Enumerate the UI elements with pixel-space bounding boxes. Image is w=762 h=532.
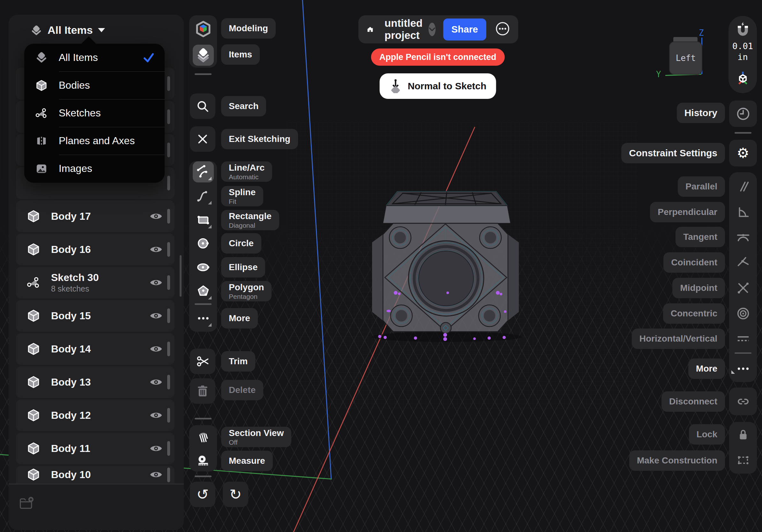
drag-handle[interactable] (167, 308, 170, 323)
drag-handle[interactable] (167, 176, 170, 190)
drag-handle[interactable] (167, 242, 170, 257)
items-mode-button[interactable] (193, 45, 214, 66)
snap-increment[interactable]: 0.01in (728, 41, 757, 62)
modeling-label[interactable]: Modeling (221, 18, 276, 38)
more-constraints-label[interactable]: More (688, 359, 725, 379)
more-tools-button[interactable] (193, 308, 214, 329)
section-view-label[interactable]: Section ViewOff (221, 427, 291, 447)
modeling-mode-button[interactable] (193, 19, 214, 39)
exit-sketching-button[interactable] (190, 126, 215, 152)
view-cube[interactable]: Left (669, 41, 702, 75)
menu-item-all-items[interactable]: All Items (24, 44, 165, 71)
orientation-toggle[interactable] (728, 70, 757, 87)
speaker-model[interactable] (372, 191, 522, 342)
drag-handle[interactable] (167, 109, 170, 124)
parallel-button[interactable] (729, 179, 757, 194)
tangent-button[interactable] (729, 230, 757, 244)
list-item-body-14[interactable]: Body 14 (16, 333, 175, 365)
drag-handle[interactable] (167, 342, 170, 356)
circle-tool[interactable] (193, 233, 214, 254)
more-tools-label[interactable]: More (221, 308, 258, 328)
list-item-body-17[interactable]: Body 17 (16, 200, 175, 232)
coincident-button[interactable] (729, 255, 757, 270)
project-chevron-button[interactable] (428, 23, 435, 36)
visibility-eye-icon[interactable] (150, 378, 162, 388)
horizontal-vertical-button[interactable] (729, 331, 757, 346)
delete-button[interactable] (190, 378, 215, 404)
constraint-settings-button[interactable]: ⚙ (729, 140, 757, 166)
concentric-button[interactable] (729, 306, 757, 321)
home-icon[interactable] (367, 23, 374, 36)
line-arc-label[interactable]: Line/ArcAutomatic (221, 162, 272, 182)
drag-handle[interactable] (167, 375, 170, 389)
list-item-sketch-30[interactable]: Sketch 30 8 sketches (16, 267, 175, 299)
circle-icon (196, 236, 211, 251)
polygon-tool[interactable] (193, 281, 214, 302)
undo-button[interactable]: ↺ (190, 482, 215, 507)
rectangle-label[interactable]: RectangleDiagonal (221, 210, 279, 230)
sidebar-scrollbar[interactable] (180, 255, 182, 297)
circle-label[interactable]: Circle (221, 233, 261, 253)
visibility-eye-icon[interactable] (150, 345, 162, 355)
search-label[interactable]: Search (221, 96, 266, 116)
list-item-body-15[interactable]: Body 15 (16, 300, 175, 332)
measure-button[interactable] (193, 450, 214, 471)
list-item-body-12[interactable]: Body 12 (16, 399, 175, 431)
drag-handle[interactable] (167, 209, 170, 224)
history-label[interactable]: History (677, 103, 725, 123)
line-arc-tool[interactable] (193, 162, 214, 182)
list-item-body-10[interactable]: Body 10 (16, 466, 175, 484)
visibility-eye-icon[interactable] (150, 444, 162, 454)
cube-icon (27, 209, 40, 223)
visibility-eye-icon[interactable] (150, 245, 162, 255)
make-construction-button[interactable] (729, 453, 757, 468)
project-name[interactable]: untitled project (385, 17, 423, 41)
trim-button[interactable] (190, 349, 215, 374)
list-item-body-13[interactable]: Body 13 (16, 366, 175, 398)
drag-handle[interactable] (167, 441, 170, 456)
trim-label[interactable]: Trim (221, 351, 255, 371)
ellipse-tool[interactable] (193, 257, 214, 278)
drag-handle[interactable] (167, 76, 170, 91)
measure-label[interactable]: Measure (221, 451, 273, 471)
visibility-eye-icon[interactable] (150, 411, 162, 421)
exit-sketching-label[interactable]: Exit Sketching (221, 129, 298, 149)
search-button[interactable] (190, 94, 215, 119)
midpoint-button[interactable] (729, 281, 757, 295)
drag-handle[interactable] (167, 275, 170, 290)
menu-item-sketches[interactable]: Sketches (24, 99, 165, 127)
items-filter-header[interactable]: All Items (30, 24, 105, 36)
add-folder-button[interactable] (19, 496, 35, 511)
visibility-eye-icon[interactable] (150, 311, 162, 321)
spline-tool[interactable] (193, 186, 214, 207)
constraint-settings-label[interactable]: Constraint Settings (621, 143, 725, 163)
list-item-body-16[interactable]: Body 16 (16, 233, 175, 265)
redo-button[interactable]: ↻ (223, 482, 248, 507)
delete-label: Delete (221, 380, 263, 400)
drag-handle[interactable] (167, 143, 170, 157)
share-button[interactable]: Share (443, 19, 486, 40)
drag-handle[interactable] (167, 468, 170, 482)
lock-button[interactable] (729, 428, 757, 442)
more-constraints-button[interactable] (729, 362, 757, 376)
visibility-eye-icon[interactable] (150, 470, 162, 480)
polygon-label[interactable]: PolygonPentagon (221, 281, 271, 301)
history-button[interactable] (729, 100, 757, 127)
more-options-button[interactable] (495, 21, 510, 37)
visibility-eye-icon[interactable] (150, 212, 162, 222)
menu-item-bodies[interactable]: Bodies (24, 71, 165, 99)
list-item-body-11[interactable]: Body 11 (16, 432, 175, 464)
spline-label[interactable]: SplineFit (221, 186, 263, 206)
disconnect-button[interactable] (729, 387, 757, 415)
normal-to-sketch-button[interactable]: Normal to Sketch (380, 73, 496, 99)
perpendicular-button[interactable] (729, 205, 757, 220)
menu-item-planes-axes[interactable]: Planes and Axes (24, 127, 165, 155)
snap-toggle[interactable] (728, 21, 757, 37)
drag-handle[interactable] (167, 408, 170, 423)
ellipse-label[interactable]: Ellipse (221, 257, 265, 278)
menu-item-images[interactable]: Images (24, 155, 165, 182)
visibility-eye-icon[interactable] (150, 278, 162, 288)
section-view-button[interactable] (193, 427, 214, 447)
items-label[interactable]: Items (221, 44, 260, 65)
rectangle-tool[interactable] (193, 210, 214, 231)
